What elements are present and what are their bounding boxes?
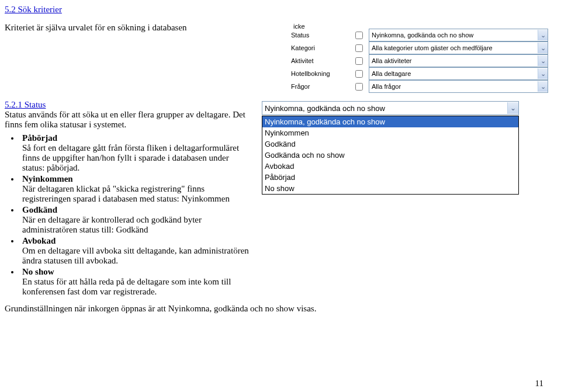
status-item-name: Påbörjad <box>22 133 57 143</box>
status-item-name: No show <box>22 267 54 276</box>
status-bullet-item: AvbokadOm en deltagare vill avboka sitt … <box>20 236 250 266</box>
filter-select[interactable]: Alla aktiviteter⌄ <box>369 54 548 67</box>
filter-row: FrågorAlla frågor⌄ <box>291 80 548 93</box>
chevron-down-icon: ⌄ <box>507 102 518 114</box>
status-item-name: Nyinkommen <box>22 174 73 183</box>
status-item-text: Om en deltagare vill avboka sitt deltaga… <box>22 246 249 265</box>
filter-select-value: Nyinkomna, godkända och no show <box>372 32 473 39</box>
filter-label: Status <box>291 32 355 39</box>
status-row: 5.2.1 Status Status används för att söka… <box>5 100 545 298</box>
filter-row: HotellbokningAlla deltagare⌄ <box>291 67 548 80</box>
filter-invert-checkbox[interactable] <box>355 44 363 52</box>
filter-label: Frågor <box>291 83 355 90</box>
chevron-down-icon: ⌄ <box>538 43 548 53</box>
dropdown-option[interactable]: Godkänd <box>262 138 518 150</box>
status-subheading: 5.2.1 Status <box>5 100 46 109</box>
chevron-down-icon: ⌄ <box>538 68 548 79</box>
filter-select-value: Alla deltagare <box>372 70 411 77</box>
status-bullet-item: No showEn status för att hålla reda på d… <box>20 267 250 297</box>
filter-row: KategoriAlla kategorier utom gäster och … <box>291 41 548 54</box>
dropdown-selected-text: Nyinkomna, godkända och no show <box>265 104 385 113</box>
status-item-text: En status för att hålla reda på de delta… <box>22 277 231 296</box>
filter-invert-checkbox[interactable] <box>355 32 363 39</box>
status-item-text: Så fort en deltagare gått från första fl… <box>22 143 239 172</box>
dropdown-option[interactable]: Godkända och no show <box>262 150 518 161</box>
filter-label: Aktivitet <box>291 57 355 64</box>
filters-panel: icke StatusNyinkomna, godkända och no sh… <box>291 23 548 93</box>
filter-label: Kategori <box>291 44 355 51</box>
filter-select[interactable]: Alla frågor⌄ <box>369 80 548 93</box>
closing-text: Grundinställningen när inkorgen öppnas ä… <box>5 304 545 314</box>
filter-select-value: Alla aktiviteter <box>372 57 411 64</box>
filter-label: Hotellbokning <box>291 70 355 77</box>
status-item-text: När en deltagare är kontrollerad och god… <box>22 215 202 234</box>
intro-block: Kriteriet är själva urvalet för en sökni… <box>5 23 285 33</box>
page-number: 11 <box>535 379 543 388</box>
status-item-name: Godkänd <box>22 205 57 214</box>
filter-invert-checkbox[interactable] <box>355 57 363 65</box>
section-heading: 5.2 Sök kriterier <box>5 5 545 15</box>
dropdown-option-list: Nyinkomna, godkända och no showNyinkomme… <box>262 116 519 195</box>
filter-invert-checkbox[interactable] <box>355 83 363 91</box>
dropdown-option[interactable]: No show <box>262 183 518 194</box>
dropdown-option[interactable]: Nyinkomna, godkända och no show <box>262 116 518 127</box>
status-bullet-item: PåbörjadSå fort en deltagare gått från f… <box>20 133 250 173</box>
dropdown-selected-box[interactable]: Nyinkomna, godkända och no show ⌄ <box>262 101 519 115</box>
filter-invert-checkbox[interactable] <box>355 70 363 78</box>
filter-select[interactable]: Alla kategorier utom gäster och medfölja… <box>369 41 548 54</box>
status-item-name: Avbokad <box>22 236 56 245</box>
status-bullet-item: NyinkommenNär deltagaren klickat på "ski… <box>20 174 250 204</box>
status-dropdown-expanded: Nyinkomna, godkända och no show ⌄ Nyinko… <box>262 101 519 195</box>
filter-row: StatusNyinkomna, godkända och no show⌄ <box>291 29 548 41</box>
chevron-down-icon: ⌄ <box>538 81 548 92</box>
filter-select[interactable]: Alla deltagare⌄ <box>369 67 548 80</box>
dropdown-option[interactable]: Nyinkommen <box>262 127 518 138</box>
status-lead: Status används för att söka ut en eller … <box>5 110 250 130</box>
top-row: Kriteriet är själva urvalet för en sökni… <box>5 23 545 93</box>
dropdown-option[interactable]: Avbokad <box>262 161 518 172</box>
status-text-block: 5.2.1 Status Status används för att söka… <box>5 100 250 298</box>
chevron-down-icon: ⌄ <box>538 30 548 40</box>
status-bullet-list: PåbörjadSå fort en deltagare gått från f… <box>20 133 250 297</box>
intro-text: Kriteriet är själva urvalet för en sökni… <box>5 23 285 33</box>
filter-row: AktivitetAlla aktiviteter⌄ <box>291 54 548 67</box>
filter-select-value: Alla frågor <box>372 83 401 90</box>
status-bullet-item: GodkändNär en deltagare är kontrollerad … <box>20 205 250 235</box>
dropdown-option[interactable]: Påbörjad <box>262 172 518 183</box>
filter-select-value: Alla kategorier utom gäster och medfölja… <box>372 44 493 51</box>
chevron-down-icon: ⌄ <box>538 55 548 66</box>
status-item-text: När deltagaren klickat på "skicka regist… <box>22 184 230 203</box>
filter-select[interactable]: Nyinkomna, godkända och no show⌄ <box>369 29 548 41</box>
